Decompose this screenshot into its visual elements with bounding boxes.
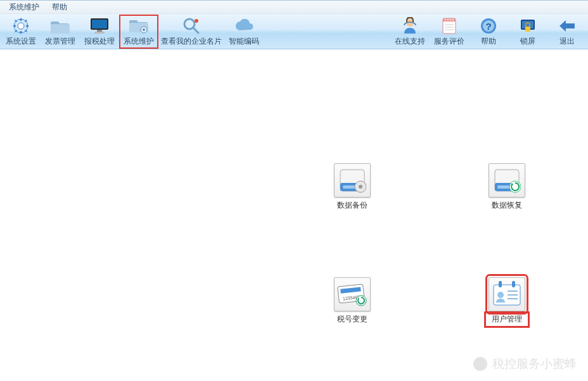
svg-rect-36 (497, 185, 510, 189)
tax-number-change-card[interactable]: 1235468 税号变更 (332, 277, 373, 325)
data-backup-label: 数据备份 (332, 200, 373, 211)
help-button[interactable]: ? 帮助 (469, 15, 508, 49)
svg-point-20 (447, 19, 449, 20)
smart-coding-button[interactable]: 智能编码 (224, 15, 264, 49)
folder-icon (51, 16, 70, 35)
tax-number-change-tile: 1235468 (334, 277, 371, 311)
svg-point-12 (195, 19, 198, 23)
monitor-icon (90, 16, 109, 35)
exit-label: 退出 (559, 36, 575, 47)
svg-point-21 (450, 19, 451, 20)
service-rating-label: 服务评价 (434, 36, 464, 47)
tax-number-change-label: 税号变更 (332, 314, 373, 325)
svg-line-11 (193, 28, 198, 33)
help-label: 帮助 (481, 36, 496, 47)
svg-rect-31 (343, 185, 355, 189)
view-business-card-button[interactable]: 查看我的企业名片 (158, 15, 224, 49)
user-management-tile (489, 277, 525, 311)
invoice-management-button[interactable]: 发票管理 (41, 15, 80, 49)
data-restore-tile (489, 163, 525, 197)
watermark: 税控服务小蜜蜂 (473, 356, 577, 372)
svg-point-22 (452, 19, 454, 20)
lock-screen-label: 锁屏 (520, 36, 535, 47)
notepad-icon (442, 16, 457, 35)
svg-point-9 (143, 28, 145, 31)
wechat-icon (473, 357, 487, 371)
svg-rect-44 (512, 281, 515, 287)
svg-point-45 (497, 292, 504, 298)
svg-rect-5 (97, 30, 102, 32)
service-rating-button[interactable]: 服务评价 (430, 15, 469, 49)
lock-icon (520, 16, 536, 35)
svg-rect-6 (94, 32, 105, 34)
system-maintenance-label: 系统维护 (124, 36, 154, 47)
system-settings-label: 系统设置 (6, 36, 36, 47)
tax-report-button[interactable]: 报税处理 (80, 15, 119, 49)
menu-help[interactable]: 帮助 (46, 1, 74, 14)
view-business-card-label: 查看我的企业名片 (161, 36, 222, 47)
svg-rect-28 (525, 27, 530, 32)
svg-point-33 (359, 185, 362, 189)
card-refresh-icon: 1235468 (337, 282, 368, 307)
drive-refresh-icon (493, 168, 521, 193)
svg-point-19 (445, 19, 446, 20)
user-management-card[interactable]: 用户管理 (487, 277, 527, 325)
drive-gear-icon (338, 168, 366, 193)
system-maintenance-button[interactable]: 系统维护 (119, 15, 158, 49)
menubar: 系统维护 帮助 (0, 0, 588, 14)
watermark-text: 税控服务小蜜蜂 (492, 356, 577, 372)
toolbar: 系统设置 发票管理 报税处理 (0, 14, 588, 49)
cloud-icon (234, 16, 253, 35)
svg-rect-43 (499, 281, 502, 287)
folder-gear-icon (129, 16, 148, 35)
help-icon: ? (480, 16, 497, 35)
user-card-icon (492, 281, 521, 308)
content-area: 数据备份 数据恢复 1235468 税号变更 (0, 49, 588, 381)
tax-report-label: 报税处理 (84, 36, 115, 47)
user-management-label: 用户管理 (487, 314, 527, 325)
back-arrow-icon (558, 16, 576, 35)
svg-rect-2 (51, 24, 70, 34)
exit-button[interactable]: 退出 (547, 15, 587, 49)
data-backup-tile (334, 163, 371, 197)
system-settings-button[interactable]: 系统设置 (1, 15, 41, 49)
gear-icon (12, 16, 30, 35)
data-backup-card[interactable]: 数据备份 (332, 163, 373, 211)
svg-rect-15 (443, 18, 456, 22)
svg-text:?: ? (485, 21, 491, 32)
data-restore-card[interactable]: 数据恢复 (487, 163, 527, 211)
svg-rect-4 (92, 20, 107, 28)
svg-point-1 (18, 23, 24, 29)
support-person-icon (402, 16, 418, 35)
online-support-button[interactable]: 在线支持 (390, 15, 430, 49)
online-support-label: 在线支持 (395, 36, 425, 47)
search-icon (182, 16, 200, 35)
menu-system-maintenance[interactable]: 系统维护 (3, 1, 46, 14)
invoice-management-label: 发票管理 (45, 36, 75, 47)
data-restore-label: 数据恢复 (487, 200, 527, 211)
smart-coding-label: 智能编码 (229, 36, 259, 47)
lock-screen-button[interactable]: 锁屏 (508, 15, 547, 49)
